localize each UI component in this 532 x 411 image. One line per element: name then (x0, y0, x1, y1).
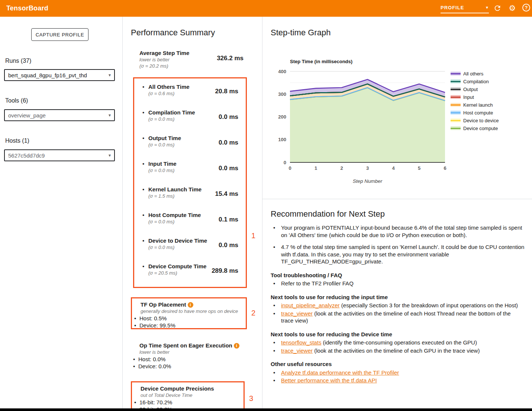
metric-value: 20.8 ms (215, 88, 238, 95)
annotation-number-1: 1 (251, 232, 255, 240)
info-icon[interactable]: i (188, 302, 193, 308)
sidebar: CAPTURE PROFILE Runs (37) bert_squad_8gp… (0, 17, 123, 411)
metric-sigma: (σ = 20.2 ms) (139, 63, 244, 69)
tf-op-placement-list: Host: 0.5%Device: 99.5% (132, 315, 246, 329)
recommendation-bullet: Your program is POTENTIALLY input-bound … (271, 224, 525, 239)
legend-item: Device to device (451, 118, 499, 126)
recommendation-link[interactable]: Analyze tf.data performance with the TF … (281, 369, 399, 376)
hosts-select[interactable]: 5627c5dd7dc9 ▾ (4, 149, 115, 161)
performance-summary-title: Performance Summary (131, 28, 215, 38)
precisions-subtitle: out of Total Device Time (132, 392, 244, 398)
x-tick-label: 6 (444, 165, 446, 171)
recommendation-text: (identify the time-consuming operations … (321, 339, 477, 346)
performance-summary-panel: Performance Summary Average Step Time lo… (123, 17, 262, 411)
x-tick-label: 4 (392, 165, 395, 171)
legend-label: Compilation (463, 79, 489, 84)
annotation-box-1: •All Others Time(σ = 0.6 ms)20.8 ms•Comp… (133, 77, 247, 288)
legend-swatch (451, 87, 461, 91)
legend-item: Device compute (451, 126, 499, 133)
dashboard-selector-value: PROFILE (441, 5, 464, 10)
chevron-down-icon: ▾ (109, 72, 111, 78)
settings-gear-icon[interactable]: ⚙ (508, 4, 517, 13)
metric-row: •Host Compute Time(σ = 0.0 ms)0.1 ms (134, 211, 242, 237)
metric-row: •Device Compute Time(σ = 20.5 ms)289.8 m… (134, 263, 242, 288)
eager-list: Host: 0.0%Device: 0.0% (131, 356, 247, 370)
legend-item: Output (451, 87, 499, 94)
recommendation-section-heading: Other useful resources (271, 360, 525, 368)
x-axis-label: Step Number (353, 178, 383, 184)
metric-value: 0.0 ms (219, 139, 238, 146)
recommendation-item: Better performance with the tf.data API (271, 377, 525, 384)
recommendation-link[interactable]: input_pipeline_analyzer (281, 302, 340, 308)
recommendation-item: trace_viewer (look at the activities on … (271, 310, 525, 324)
legend-label: Input (463, 94, 474, 100)
legend-swatch (451, 80, 461, 83)
legend-swatch (451, 95, 461, 99)
recommendation-item: trace_viewer (look at the activities on … (271, 347, 525, 355)
eager-item: Host: 0.0% (131, 356, 247, 363)
chart-axis-title: Step Time (in milliseconds) (290, 59, 352, 64)
bullet: • (142, 161, 144, 167)
recommendation-item: Analyze tf.data performance with the TF … (271, 369, 525, 376)
bullet: • (142, 109, 144, 116)
capture-profile-button[interactable]: CAPTURE PROFILE (31, 28, 88, 41)
tools-select-value: overview_page (8, 112, 46, 119)
recommendation-link[interactable]: trace_viewer (281, 310, 313, 317)
x-tick-label: 1 (315, 165, 317, 171)
metric-value: 0.1 ms (219, 216, 238, 223)
metric-row: •Kernel Launch Time(σ = 1.5 ms)15.4 ms (134, 186, 242, 211)
recommendation-text: (especially Section 3 for the breakdown … (340, 302, 518, 308)
metric-row: •All Others Time(σ = 0.6 ms)20.8 ms (134, 83, 242, 109)
precisions-item: 16-bit: 70.2% (132, 399, 244, 406)
step-time-graph-title: Step-time Graph (271, 28, 331, 38)
bullet: • (142, 212, 144, 218)
recommendation-section-heading: Next tools to use for reducing the Devic… (271, 331, 525, 338)
legend-swatch (451, 103, 461, 107)
info-icon[interactable]: i (234, 343, 239, 349)
bottom-bar (0, 408, 532, 411)
runs-select[interactable]: bert_squad_8gpu_fp16_pvt_thd ▾ (4, 69, 115, 81)
step-time-graph-card: Step-time Graph Step Time (in millisecon… (262, 17, 532, 199)
legend-item: All others (451, 71, 499, 79)
hosts-label: Hosts (1) (5, 137, 29, 144)
bullet: • (142, 135, 144, 141)
metric-row: •Compilation Time(σ = 0.0 ms)0.0 ms (134, 109, 242, 135)
legend-item: Host compute (451, 110, 499, 118)
dashboard-selector[interactable]: PROFILE ▾ (441, 3, 489, 13)
recommendation-text: (look at the activities on the timeline … (281, 310, 511, 324)
legend-label: Kernel launch (463, 102, 493, 108)
recommendation-link[interactable]: tensorflow_stats (281, 339, 321, 346)
metric-value: 289.8 ms (212, 267, 238, 275)
metric-row: •Device to Device Time(σ = 0.0 ms)0.0 ms (134, 237, 242, 263)
bullet: • (142, 84, 144, 90)
recommendation-link[interactable]: trace_viewer (281, 347, 313, 354)
annotation-number-2: 2 (251, 309, 255, 317)
recommendation-card: Recommendation for Next Step Your progra… (262, 199, 532, 411)
annotation-number-3: 3 (249, 394, 253, 403)
legend-swatch (451, 126, 461, 130)
app-header: TensorBoard PROFILE ▾ ⚙ ? (0, 0, 532, 17)
eager-item: Device: 0.0% (131, 363, 247, 370)
legend-item: Kernel launch (451, 102, 499, 110)
eager-execution-block: Op Time Spent on Eager Executioni lower … (131, 342, 247, 370)
help-icon[interactable]: ? (522, 4, 531, 13)
recommendation-title: Recommendation for Next Step (271, 209, 524, 219)
y-tick-label: 300 (278, 91, 286, 97)
recommendation-body: Your program is POTENTIALLY input-bound … (271, 224, 525, 384)
hosts-select-value: 5627c5dd7dc9 (8, 152, 45, 159)
recommendation-section-heading: Tool troubleshooting / FAQ (271, 272, 525, 279)
refresh-icon[interactable] (493, 4, 502, 13)
legend-label: Output (463, 87, 478, 92)
legend-swatch (451, 119, 461, 122)
metric-row: •Input Time(σ = 0.0 ms)0.0 ms (134, 160, 242, 186)
eager-title: Op Time Spent on Eager Execution (139, 342, 232, 349)
tf-op-placement-item: Device: 99.5% (132, 322, 246, 329)
recommendation-item: input_pipeline_analyzer (especially Sect… (271, 302, 525, 309)
runs-select-value: bert_squad_8gpu_fp16_pvt_thd (8, 72, 87, 78)
x-tick-label: 3 (366, 165, 369, 171)
metric-value: 0.0 ms (219, 113, 238, 121)
metric-value: 0.0 ms (219, 165, 238, 172)
recommendation-text: (look at the activities on the timeline … (313, 347, 480, 354)
tools-select[interactable]: overview_page ▾ (4, 109, 115, 121)
recommendation-link[interactable]: Better performance with the tf.data API (281, 377, 377, 384)
